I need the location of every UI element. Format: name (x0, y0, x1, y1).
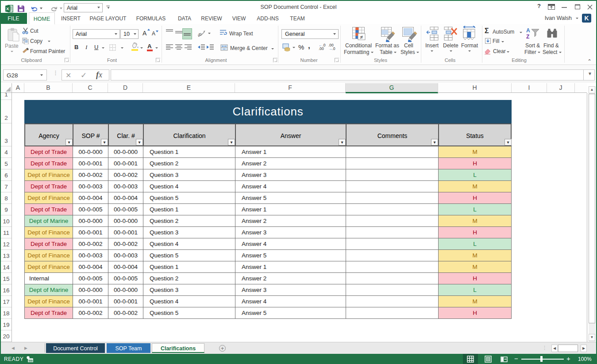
svg-text:A: A (526, 27, 530, 34)
svg-text:X: X (6, 7, 9, 11)
svg-text:≠: ≠ (360, 34, 363, 40)
svg-text:Z: Z (526, 34, 529, 39)
